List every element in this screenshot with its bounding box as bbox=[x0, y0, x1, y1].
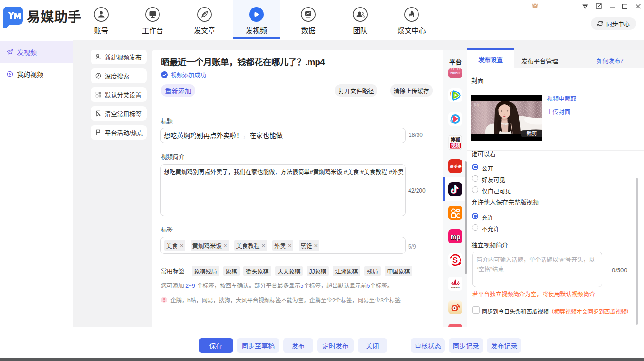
svg-text:爱拍: 爱拍 bbox=[474, 103, 479, 107]
svg-text:mp: mp bbox=[451, 233, 460, 241]
svg-text:搜狐: 搜狐 bbox=[451, 137, 460, 143]
svg-text:bilibili: bilibili bbox=[450, 71, 460, 75]
svg-text:S: S bbox=[452, 256, 458, 264]
svg-text:视频: 视频 bbox=[451, 143, 460, 148]
svg-text:惠头条: 惠头条 bbox=[449, 164, 462, 169]
svg-text:HUAWEI: HUAWEI bbox=[451, 286, 460, 289]
